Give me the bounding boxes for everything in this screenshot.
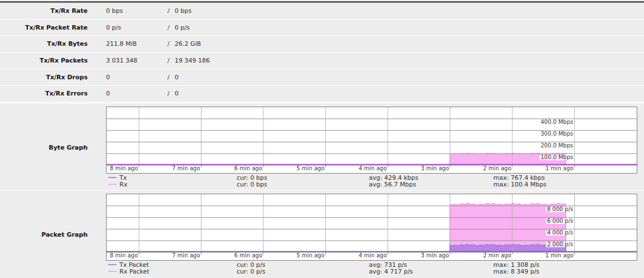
legend-cur: cur: 0 p/s [237,269,265,275]
packet-graph-title: Packet Graph [0,231,88,238]
stat-tx-value: 0 bps [106,7,167,15]
x-tick-label: 8 min ago [79,166,138,171]
legend-avg: avg: 429.4 kbps [369,175,419,181]
x-tick-label: 2 min ago [452,253,511,258]
x-tick-label: 3 min ago [390,166,449,171]
stat-label: Tx/Rx Bytes [0,40,88,47]
x-tick-label: 4 min ago [328,253,387,258]
packet-graph-plot: 8 000 p/s 6 000 p/s 4 000 p/s 2 000 p/s … [106,194,637,261]
stat-rx-value: 26.2 GiB [175,40,201,47]
stat-tx-value: 0 [106,90,167,97]
x-tick-label: 2 min ago [452,166,511,171]
y-tick-label: 4 000 p/s [546,230,574,236]
stat-rx-value: 0 [175,90,179,97]
y-tick-label: 300.0 Mbps [540,131,574,137]
legend-cur: cur: 0 bps [237,175,267,181]
stat-label: Tx/Rx Packets [0,57,88,64]
packet-graph-content: 8 000 p/s 6 000 p/s 4 000 p/s 2 000 p/s … [106,194,637,276]
byte-graph-content: 400.0 Mbps 300.0 Mbps 200.0 Mbps 100.0 M… [106,107,637,189]
table-row: Tx/Rx Packet Rate 0 p/s / 0 p/s [0,20,644,37]
legend-max: max: 100.4 Mbps [493,181,546,188]
legend-avg: avg: 56.7 Mbps [369,181,416,188]
stat-separator: / [167,7,175,15]
legend-cur: cur: 0 bps [237,181,267,188]
legend-max: max: 767.4 kbps [493,175,545,181]
x-tick-label: 5 min ago [266,166,325,171]
packet-graph-section: Packet Graph 8 000 p/s 6 000 p/s 4 000 p… [0,190,644,277]
y-tick-label: 2 000 p/s [546,242,574,247]
table-row: Tx/Rx Drops 0 / 0 [0,69,644,86]
x-tick-label: 6 min ago [203,253,262,258]
legend-cur: cur: 0 p/s [237,262,265,269]
legend-name: Tx Packet [108,262,149,269]
byte-graph-legend: Tx cur: 0 bps avg: 429.4 kbps max: 767.4… [106,175,637,189]
legend-avg: avg: 731 p/s [369,262,407,269]
stat-tx-value: 3 031 348 [106,57,167,64]
y-tick-label: 400.0 Mbps [540,119,574,125]
stat-separator: / [167,40,175,47]
byte-graph-title: Byte Graph [0,144,88,151]
byte-graph-plot: 400.0 Mbps 300.0 Mbps 200.0 Mbps 100.0 M… [106,107,637,174]
top-divider-bar [0,1,644,3]
y-tick-label: 200.0 Mbps [540,143,574,148]
stat-separator: / [167,74,175,81]
x-tick-label: 7 min ago [141,253,200,258]
stat-label: Tx/Rx Drops [0,74,88,81]
stat-tx-value: 0 p/s [106,24,167,31]
legend-name: Rx Packet [108,269,150,275]
stat-separator: / [167,90,175,97]
stat-rx-value: 0 [175,74,179,81]
x-tick-label: 3 min ago [390,253,449,258]
stat-rx-value: 19 349 186 [175,57,210,64]
x-tick-label: 7 min ago [141,166,200,171]
x-tick-label: 1 min ago [515,166,574,171]
y-tick-label: 6 000 p/s [546,218,574,224]
packet-graph-canvas [107,194,637,260]
stat-label: Tx/Rx Errors [0,90,88,97]
x-tick-label: 1 min ago [515,253,574,258]
stat-tx-value: 211.8 MiB [106,40,167,47]
legend-name: Rx [108,181,127,188]
legend-max: max: 8 349 p/s [493,269,540,275]
table-row: Tx/Rx Packets 3 031 348 / 19 349 186 [0,53,644,70]
table-row: Tx/Rx Bytes 211.8 MiB / 26.2 GiB [0,36,644,53]
legend-row-rx: Rx cur: 0 bps avg: 56.7 Mbps max: 100.4 … [106,181,637,189]
stat-label: Tx/Rx Packet Rate [0,24,88,31]
y-tick-label: 100.0 Mbps [540,155,574,160]
x-tick-label: 4 min ago [328,166,387,171]
rx-line-swatch-icon [108,184,117,185]
table-row: Tx/Rx Rate 0 bps / 0 bps [0,3,644,20]
legend-avg: avg: 4 717 p/s [369,269,413,275]
x-tick-label: 5 min ago [266,253,325,258]
stat-rx-value: 0 bps [175,7,191,15]
stat-tx-value: 0 [106,74,167,81]
interface-stats-table: Tx/Rx Rate 0 bps / 0 bps Tx/Rx Packet Ra… [0,3,644,103]
x-tick-label: 6 min ago [203,166,262,171]
packet-graph-legend: Tx Packet cur: 0 p/s avg: 731 p/s max: 1… [106,262,637,276]
y-tick-label: 8 000 p/s [546,207,574,212]
rx-line-swatch-icon [108,271,117,272]
x-tick-label: 8 min ago [79,253,138,258]
legend-max: max: 1 308 p/s [493,262,540,269]
stat-separator: / [167,57,175,64]
byte-graph-section: Byte Graph 400.0 Mbps 300.0 Mbps 200.0 M… [0,103,644,190]
stat-rx-value: 0 p/s [175,24,190,31]
legend-row-rx-packet: Rx Packet cur: 0 p/s avg: 4 717 p/s max:… [106,269,637,276]
tx-line-swatch-icon [108,264,117,265]
stat-label: Tx/Rx Rate [0,7,88,15]
byte-graph-canvas [107,107,637,173]
tx-line-swatch-icon [108,177,117,178]
stat-separator: / [167,24,175,31]
legend-name: Tx [108,175,127,181]
table-row: Tx/Rx Errors 0 / 0 [0,86,644,103]
